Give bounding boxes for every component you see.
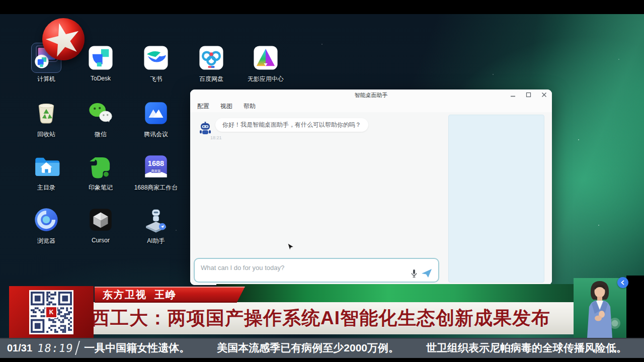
desktop-icon-aiassist[interactable]: AI助手 [128,205,184,245]
ticker-item: 美国本流感季已有病例至少2000万例。 [217,342,399,353]
desktop-icon-evernote[interactable]: 印象笔记 [73,152,128,192]
desktop-icon-recycle[interactable]: 回收站 [19,99,74,139]
letterbox-bottom [0,358,644,362]
browser-app-icon [32,205,61,234]
collapse-chevron-button[interactable] [617,277,628,288]
menu-item-2[interactable]: 帮助 [244,102,256,111]
qr-code: K [29,290,73,334]
icon-label: 腾讯会议 [128,130,184,139]
qr-logo: K [45,306,57,318]
icon-label: 飞书 [128,75,184,83]
icon-label: 无影应用中心 [238,75,293,83]
icon-label: 回收站 [19,130,74,139]
ticker-items: 一具中国籍女性遗体。美国本流感季已有病例至少2000万例。世卫组织表示尼帕病毒的… [84,341,644,355]
recycle-app-icon [32,99,61,128]
wechat-app-icon [86,99,115,128]
icon-label: 印象笔记 [73,184,128,192]
reporter-tag: 东方卫视 王峥 [95,287,245,303]
baidupan-app-icon [197,43,226,72]
ticker-clock: 18:19 [36,342,74,354]
icon-label: AI助手 [128,237,184,245]
chat-input-box [194,258,439,283]
tv-broadcast-frame: 计算机ToDesk飞书百度网盘无影应用中心回收站微信腾讯会议主目录印象笔记168… [0,0,644,362]
qr-panel: K [9,286,94,338]
station-logo [42,18,85,60]
chat-input[interactable] [200,262,393,273]
green-banner-band [216,284,626,303]
ticker-date: 01/31 [7,342,32,354]
desktop-icon-baidupan[interactable]: 百度网盘 [184,43,239,83]
right-edge-mask [626,276,644,338]
ticker-item: 世卫组织表示尼帕病毒的全球传播风险低。 [426,342,627,353]
svg-text:商家版: 商家版 [151,169,162,173]
desktop-icon-home[interactable]: 主目录 [19,152,74,192]
menu-item-0[interactable]: 配置 [197,102,209,111]
sign-language-interpreter [574,278,626,338]
cursor-app-icon [86,205,115,234]
icon-label: 1688商家工作台 [128,184,184,192]
home-app-icon [32,152,61,181]
maximize-button[interactable] [525,91,532,99]
desktop-icon-wechat[interactable]: 微信 [73,99,128,139]
chat-area: 你好！我是智能桌面助手，有什么可以帮助你的吗？ 18:21 [190,112,552,285]
desktop-icon-i1688[interactable]: 1688商家版1688商家工作台 [128,152,184,192]
icon-label: 主目录 [19,184,74,192]
icon-label: 微信 [73,130,128,139]
icon-label: ToDesk [73,75,128,82]
ticker-divider [75,341,80,355]
todesk-app-icon [86,43,115,72]
desktop-icon-wuying[interactable]: 无影应用中心 [238,43,293,83]
news-headline: 西工大：两项国产操作系统AI智能化生态创新成果发布 [91,306,550,331]
window-title: 智能桌面助手 [190,92,552,99]
meeting-app-icon [141,99,171,128]
ticker-item: 一具中国籍女性遗体。 [84,342,190,353]
desktop-icon-browser[interactable]: 浏览器 [19,205,74,245]
desktop-icon-feishu[interactable]: 飞书 [128,43,184,83]
letterbox-top [0,0,644,14]
icon-label: 浏览器 [19,237,74,245]
feishu-app-icon [141,43,171,72]
icon-label: Cursor [73,237,128,244]
icon-label: 计算机 [19,75,74,83]
microphone-icon[interactable] [410,269,418,278]
desktop-icon-meeting[interactable]: 腾讯会议 [128,99,184,139]
mouse-pointer-icon [287,243,294,254]
svg-text:1688: 1688 [148,159,164,167]
window-titlebar[interactable]: 智能桌面助手 [190,89,552,101]
evernote-app-icon [86,152,115,181]
side-panel [448,115,544,283]
i1688-app-icon: 1688商家版 [141,152,171,181]
menu-bar: 配置视图帮助 [190,101,552,112]
assistant-message: 你好！我是智能桌面助手，有什么可以帮助你的吗？ [215,118,368,132]
aiassist-app-icon [141,205,171,234]
minimize-button[interactable] [509,91,517,99]
headline-band: 西工大：两项国产操作系统AI智能化生态创新成果发布 [15,302,626,334]
send-icon[interactable] [421,268,432,278]
desktop-icon-cursor[interactable]: Cursor [73,205,128,244]
message-timestamp: 18:21 [210,135,222,140]
menu-item-1[interactable]: 视图 [220,102,232,111]
assistant-window: 智能桌面助手 配置视图帮助 [190,89,552,285]
icon-label: 百度网盘 [184,75,239,83]
close-button[interactable] [540,91,548,99]
news-ticker: 01/31 18:19 一具中国籍女性遗体。美国本流感季已有病例至少2000万例… [0,338,644,358]
wuying-app-icon [251,43,280,72]
robot-avatar-icon [199,121,211,135]
